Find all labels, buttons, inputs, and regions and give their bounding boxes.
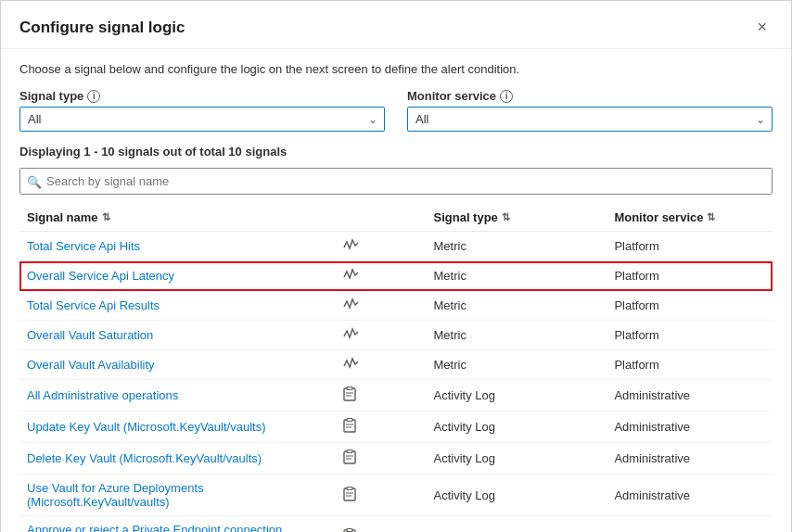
table-row[interactable]: Use Vault for Azure Deployments (Microso… (19, 475, 773, 516)
metric-icon (343, 327, 360, 343)
monitor-service-cell: Platform (607, 321, 773, 350)
sort-icon-signal-type[interactable]: ⇅ (502, 211, 510, 223)
signal-type-select[interactable]: All Metric Activity Log (19, 107, 385, 132)
sort-icon-signal-name[interactable]: ⇅ (102, 211, 110, 223)
svg-rect-17 (347, 528, 352, 531)
monitor-service-label: Monitor service i (407, 89, 773, 103)
signal-type-cell: Activity Log (427, 516, 607, 532)
table-row[interactable]: Update Key Vault (Microsoft.KeyVault/vau… (19, 412, 773, 443)
filters-row: Signal type i All Metric Activity Log ⌄ … (19, 89, 773, 132)
signal-name-link[interactable]: Delete Key Vault (Microsoft.KeyVault/vau… (27, 451, 262, 465)
signal-name-link[interactable]: Approve or reject a Private Endpoint con… (27, 523, 282, 532)
activity-log-icon (343, 450, 356, 467)
table-row[interactable]: Total Service Api HitsMetricPlatform (19, 232, 773, 261)
col-spacer (336, 204, 426, 232)
signal-type-info-icon: i (87, 90, 100, 103)
signal-type-cell: Activity Log (427, 443, 607, 475)
table-row[interactable]: All Administrative operationsActivity Lo… (19, 380, 773, 412)
signal-type-cell: Activity Log (427, 380, 607, 412)
table-row[interactable]: Overall Service Api LatencyMetricPlatfor… (19, 261, 773, 291)
configure-signal-dialog: Configure signal logic × Choose a signal… (0, 0, 792, 532)
dialog-body: Choose a signal below and configure the … (1, 49, 791, 532)
activity-log-icon (343, 528, 356, 532)
dialog-header: Configure signal logic × (1, 1, 791, 49)
dialog-subtitle: Choose a signal below and configure the … (19, 62, 773, 76)
signal-name-link[interactable]: Use Vault for Azure Deployments (Microso… (27, 481, 204, 509)
displaying-text: Displaying 1 - 10 signals out of total 1… (19, 145, 773, 158)
col-header-monitor-service: Monitor service ⇅ (607, 204, 773, 232)
signal-type-select-wrapper: All Metric Activity Log ⌄ (19, 107, 385, 132)
metric-icon (343, 238, 360, 254)
monitor-service-cell: Platform (607, 291, 773, 321)
svg-rect-13 (347, 487, 352, 489)
signal-name-link[interactable]: Overall Vault Saturation (27, 328, 153, 342)
col-header-signal-name: Signal name ⇅ (19, 204, 336, 232)
dialog-title: Configure signal logic (19, 19, 185, 37)
signals-table-container: Signal name ⇅ Signal type ⇅ (19, 204, 773, 532)
metric-icon (343, 298, 360, 313)
monitor-service-cell: Administrative (607, 412, 773, 443)
metric-icon (343, 357, 360, 373)
activity-log-icon (343, 386, 356, 404)
signal-type-cell: Metric (427, 291, 607, 321)
signal-name-link[interactable]: All Administrative operations (27, 388, 178, 402)
table-row[interactable]: Total Service Api ResultsMetricPlatform (19, 291, 773, 321)
signal-name-link[interactable]: Total Service Api Hits (27, 239, 140, 253)
activity-log-icon (343, 487, 356, 504)
close-button[interactable]: × (751, 16, 773, 39)
search-icon: 🔍 (27, 174, 42, 188)
monitor-service-cell: Administrative (607, 475, 773, 516)
signals-table: Signal name ⇅ Signal type ⇅ (19, 204, 773, 532)
signal-name-link[interactable]: Overall Service Api Latency (27, 269, 174, 283)
svg-rect-9 (347, 450, 352, 453)
monitor-service-info-icon: i (500, 90, 513, 103)
monitor-service-cell: Administrative (607, 380, 773, 412)
table-row[interactable]: Delete Key Vault (Microsoft.KeyVault/vau… (19, 443, 773, 475)
monitor-service-cell: Platform (607, 232, 773, 261)
signal-type-label: Signal type i (19, 89, 385, 103)
monitor-service-cell: Platform (607, 261, 773, 291)
monitor-service-cell: Platform (607, 350, 773, 380)
signal-type-cell: Activity Log (427, 412, 607, 443)
signal-type-filter: Signal type i All Metric Activity Log ⌄ (19, 89, 385, 132)
sort-icon-monitor-service[interactable]: ⇅ (707, 211, 715, 223)
table-row[interactable]: Overall Vault AvailabilityMetricPlatform (19, 350, 773, 380)
signal-type-cell: Metric (427, 350, 607, 380)
signal-name-link[interactable]: Total Service Api Results (27, 298, 160, 312)
table-row[interactable]: Approve or reject a Private Endpoint con… (19, 516, 773, 532)
svg-rect-1 (347, 387, 352, 390)
signal-type-cell: Activity Log (427, 475, 607, 516)
monitor-service-select-wrapper: All Platform Administrative ⌄ (407, 107, 773, 132)
svg-rect-5 (347, 419, 352, 422)
search-input[interactable] (19, 168, 773, 195)
table-header-row: Signal name ⇅ Signal type ⇅ (19, 204, 773, 232)
activity-log-icon (343, 418, 356, 436)
monitor-service-cell: Administrative (607, 516, 773, 532)
table-row[interactable]: Overall Vault SaturationMetricPlatform (19, 321, 773, 350)
signal-type-cell: Metric (427, 232, 607, 261)
monitor-service-cell: Administrative (607, 443, 773, 475)
signal-name-link[interactable]: Update Key Vault (Microsoft.KeyVault/vau… (27, 420, 265, 434)
table-body: Total Service Api HitsMetricPlatformOver… (19, 232, 773, 533)
col-header-signal-type: Signal type ⇅ (427, 204, 607, 232)
search-wrapper: 🔍 (19, 168, 773, 195)
metric-icon (343, 268, 360, 284)
signal-name-link[interactable]: Overall Vault Availability (27, 358, 155, 372)
monitor-service-filter: Monitor service i All Platform Administr… (407, 89, 773, 132)
signal-type-cell: Metric (427, 321, 607, 350)
signal-type-cell: Metric (427, 261, 607, 291)
monitor-service-select[interactable]: All Platform Administrative (407, 107, 773, 132)
